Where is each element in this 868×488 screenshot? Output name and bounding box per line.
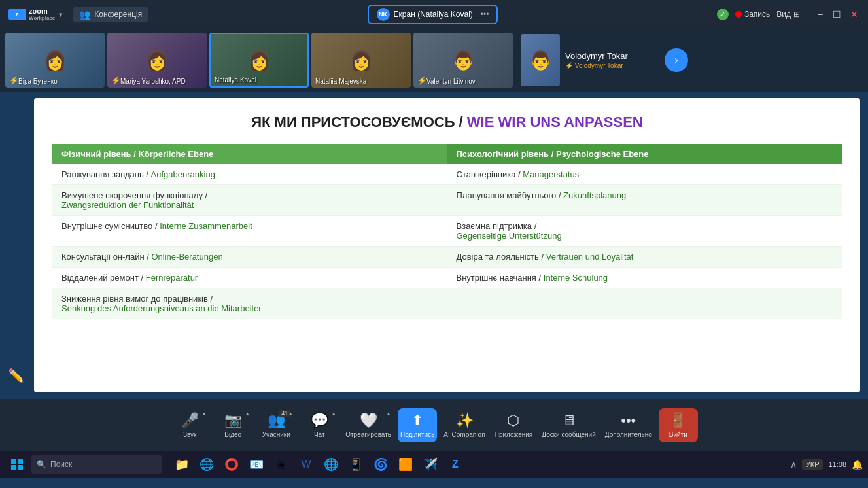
screen-share-more[interactable]: ••• [481,10,489,19]
whiteboard-label: Доски сообщений [542,431,596,438]
participants-label: Учасники [262,431,290,438]
taskbar-chrome[interactable]: 🌐 [319,453,343,476]
cell-de: Interne Schulung [544,273,608,283]
cell-ua: Зниження рівня вимог до працівників [61,294,208,304]
participant-tile-1[interactable]: 👩 ⚡ Віра Бутенко [5,33,105,88]
chat-chevron[interactable]: ▲ [331,411,336,417]
start-button[interactable] [5,453,29,476]
share-label: Поділитись [400,431,434,438]
close-button[interactable]: ✕ [848,9,860,20]
taskbar-app3[interactable]: 🟧 [394,453,417,476]
cell-ua: Довіра та лояльність [457,252,539,262]
notification-icon[interactable]: 🔔 [852,459,863,470]
record-dot [735,11,742,18]
cell-ua: Внутрішнє навчання [457,273,536,283]
video-icon: 📷 [224,412,242,429]
security-button[interactable]: ✓ [717,9,729,20]
table-cell [447,288,842,319]
mute-icon-5: ⚡ [417,76,427,85]
conference-icon: 👥 [79,9,90,20]
apps-button[interactable]: ⬡ Приложения [492,408,536,442]
taskbar-zoom[interactable]: Z [443,453,467,476]
system-tray: ∧ [790,459,797,470]
screen-share-button[interactable]: NK Екран (Nataliya Koval) ••• [368,5,498,24]
minimize-button[interactable]: − [814,9,826,20]
logo-dropdown[interactable]: ▾ [59,11,62,18]
cell-sep: / [211,294,213,304]
leave-icon: 🚪 [669,412,687,429]
participant-tile-2[interactable]: 👩 ⚡ Mariya Yaroshko, APD [107,33,207,88]
table-cell: Стан керівника / Managerstatus [447,164,842,185]
leave-button[interactable]: 🚪 Вийти [659,408,698,442]
chat-button[interactable]: 💬 Чат ▲ [300,408,339,442]
next-participant-button[interactable]: › [665,48,688,72]
audio-label: Звук [183,431,197,438]
top-right-controls: ✓ Запись Вид ⊞ − ☐ ✕ [717,9,860,20]
video-button[interactable]: 📷 Відео ▲ [213,408,252,442]
view-button[interactable]: Вид ⊞ [776,10,800,19]
screen-share-label: Екран (Nataliya Koval) [394,10,473,19]
main-content: ✏️ ЯК МИ ПРИСТОСОВУЄМОСЬ / WIE WIR UNS A… [0,92,868,399]
participant-tile-4[interactable]: 👩 Nataliia Majevska [311,33,411,88]
pencil-sidebar: ✏️ [8,98,27,392]
cell-de: Senkung des Anforderungsniveaus an die M… [61,304,262,313]
conference-label: Конференція [94,10,142,19]
taskbar-apps2[interactable]: ⊞ [269,453,293,476]
participants-chevron[interactable]: ▲ [288,411,293,417]
cell-ua: Вимушене скорочення функціоналу [61,190,203,200]
featured-participant-tile[interactable]: 👨 Volodymyr Tokar ⚡ Volodymyr Tokar [515,33,659,88]
maximize-button[interactable]: ☐ [831,9,843,20]
participant-tile-5[interactable]: 👨 ⚡ Valentyn Litvinov [413,33,513,88]
ai-companion-button[interactable]: ✨ AI Companion [441,408,487,442]
cell-de: Gegenseitige Unterstützung [457,231,562,241]
audio-button[interactable]: 🎤 Звук ▲ [170,408,209,442]
participant-name-4: Nataliia Majevska [315,78,366,85]
taskbar-viber[interactable]: 📱 [344,453,368,476]
taskbar-word[interactable]: W [294,453,318,476]
audio-chevron[interactable]: ▲ [201,411,207,417]
taskbar-telegram[interactable]: ✈️ [419,453,442,476]
taskbar-email[interactable]: 📧 [245,453,268,476]
record-label: Запись [744,10,770,19]
participant-tile-3[interactable]: 👩 Nataliya Koval [209,33,309,88]
svg-rect-1 [18,459,23,464]
featured-avatar: 👨 [521,34,560,86]
slide-title-de: WIE WIR UNS ANPASSEN [467,114,643,130]
audio-icon: 🎤 [181,412,199,429]
table-cell: Віддалений ремонт / Fernreparatur [52,268,447,288]
react-label: Отреагировать [345,431,391,438]
slide-container: ЯК МИ ПРИСТОСОВУЄМОСЬ / WIE WIR UNS ANPA… [34,98,860,392]
taskbar-edge[interactable]: 🌐 [195,453,218,476]
search-icon: 🔍 [37,460,46,469]
leave-label: Вийти [669,431,687,438]
taskbar-search[interactable]: 🔍 Поиск [31,455,162,474]
search-label: Поиск [50,460,72,469]
taskbar-chrome2[interactable]: 🌀 [369,453,392,476]
share-button[interactable]: ⬆ Поділитись [398,408,437,442]
react-chevron[interactable]: ▲ [386,411,391,417]
video-chevron[interactable]: ▲ [245,411,250,417]
more-button[interactable]: ••• Дополнительно [602,408,655,442]
participant-name-3: Nataliya Koval [215,77,256,84]
participants-button[interactable]: 👥 41 Учасники ▲ [256,408,296,442]
featured-info: Volodymyr Tokar ⚡ Volodymyr Tokar [565,51,628,69]
pencil-icon[interactable]: ✏️ [8,368,26,386]
cell-sep: / [205,190,208,200]
featured-mute: ⚡ Volodymyr Tokar [565,62,628,69]
language-indicator[interactable]: УКР [802,459,824,470]
participant-name-2: Mariya Yaroshko, APD [120,78,186,85]
slide-title: ЯК МИ ПРИСТОСОВУЄМОСЬ / WIE WIR UNS ANPA… [52,114,842,131]
cell-ua: Віддалений ремонт [61,273,139,283]
taskbar-files[interactable]: 📁 [170,453,194,476]
react-button[interactable]: 🤍 Отреагировать ▲ [343,408,394,442]
whiteboard-button[interactable]: 🖥 Доски сообщений [539,408,599,442]
chat-icon: 💬 [311,412,328,429]
table-cell: Внутрішнє сумісництво / Interne Zusammen… [52,216,447,247]
record-button[interactable]: Запись [735,10,770,19]
cell-sep: / [141,273,145,283]
tray-up-arrow[interactable]: ∧ [790,459,797,470]
cell-de: Interne Zusammenarbeit [160,221,252,231]
conference-button[interactable]: 👥 Конференція [73,7,148,22]
mute-icon-1: ⚡ [9,76,19,85]
taskbar-opera[interactable]: ⭕ [220,453,243,476]
